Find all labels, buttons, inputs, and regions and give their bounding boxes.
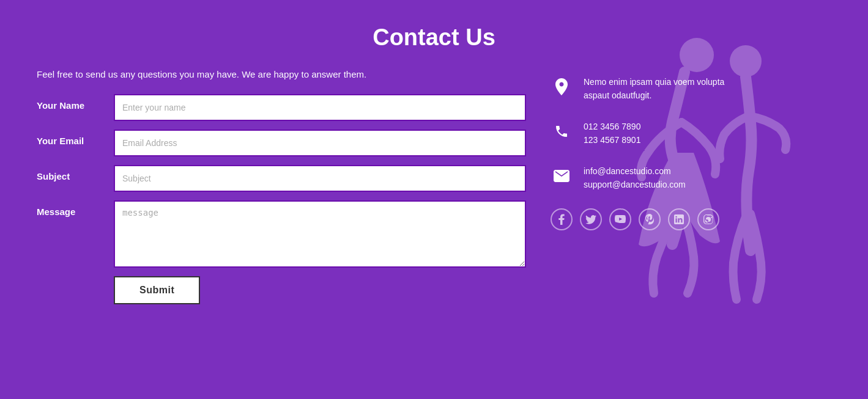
email-icon <box>551 164 573 186</box>
name-label: Your Name <box>37 94 104 111</box>
facebook-icon[interactable] <box>551 208 573 230</box>
instagram-icon[interactable] <box>697 208 719 230</box>
info-section: Nemo enim ipsam quia voem volupta aspaut… <box>551 69 746 304</box>
email-input[interactable] <box>114 130 526 156</box>
content-area: Feel free to send us any questions you m… <box>0 69 868 304</box>
email-row: Your Email <box>37 130 526 156</box>
social-icons <box>551 208 746 230</box>
name-input[interactable] <box>114 94 526 121</box>
submit-row: Submit <box>114 276 526 304</box>
message-textarea[interactable] <box>114 200 526 268</box>
email-info-item: info@dancestudio.com support@dancestudio… <box>551 164 746 192</box>
location-icon <box>551 75 573 97</box>
phone-text: 012 3456 7890 123 4567 8901 <box>584 120 640 147</box>
message-row: Message <box>37 200 526 268</box>
email-info-text: info@dancestudio.com support@dancestudio… <box>584 164 686 192</box>
name-row: Your Name <box>37 94 526 121</box>
phone-item: 012 3456 7890 123 4567 8901 <box>551 120 746 147</box>
page-wrapper: Contact Us Feel free to send us any ques… <box>0 0 868 399</box>
subject-label: Subject <box>37 165 104 181</box>
message-label: Message <box>37 200 104 217</box>
address-text: Nemo enim ipsam quia voem volupta aspaut… <box>584 75 746 103</box>
submit-button[interactable]: Submit <box>114 276 200 304</box>
linkedin-icon[interactable] <box>668 208 690 230</box>
form-section: Feel free to send us any questions you m… <box>37 69 526 304</box>
email-label: Your Email <box>37 130 104 146</box>
subject-row: Subject <box>37 165 526 192</box>
form-intro: Feel free to send us any questions you m… <box>37 69 526 79</box>
pinterest-icon[interactable] <box>639 208 661 230</box>
twitter-icon[interactable] <box>580 208 602 230</box>
address-item: Nemo enim ipsam quia voem volupta aspaut… <box>551 75 746 103</box>
phone-icon <box>551 120 573 142</box>
page-title: Contact Us <box>0 24 868 51</box>
subject-input[interactable] <box>114 165 526 192</box>
youtube-icon[interactable] <box>609 208 631 230</box>
